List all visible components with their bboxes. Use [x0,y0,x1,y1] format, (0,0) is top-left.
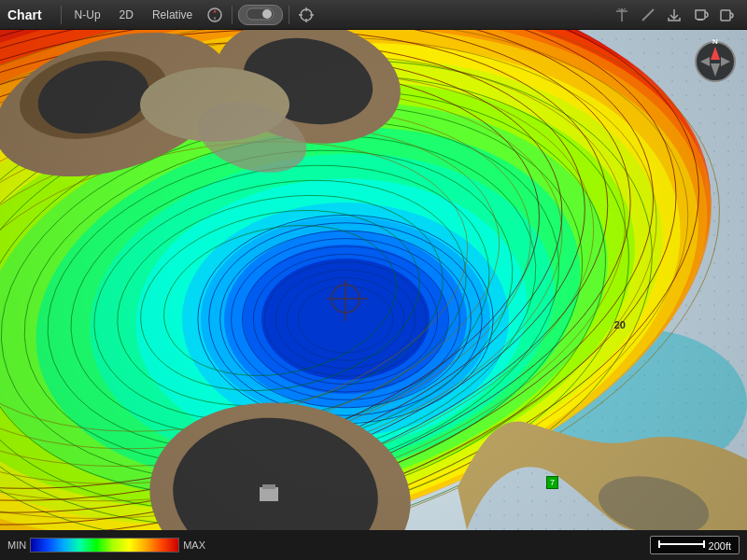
depth-max-label: MAX [183,539,205,551]
waypoint-marker[interactable] [331,284,360,314]
depth-chart-canvas [0,30,747,530]
crosshair-icon[interactable] [293,2,319,28]
slash-icon[interactable] [635,2,661,28]
compass-west-arrow [700,57,710,66]
separator-2 [232,6,233,24]
app-title: Chart [7,7,42,22]
btn-nup[interactable]: N-Up [65,5,110,25]
btn-relative[interactable]: Relative [143,5,202,25]
separator-3 [289,6,289,24]
depth-scale: MIN MAX [7,538,205,553]
toolbar: Chart N-Up 2D Relative [0,0,747,30]
toggle-button[interactable] [238,5,283,25]
svg-rect-15 [721,10,730,21]
depth-label-20: 20 [614,319,626,330]
svg-point-2 [262,9,272,19]
compass-inner: N [700,47,730,77]
waypoint-cross-vertical [345,280,346,321]
compass-east-arrow [721,57,730,66]
compass-south-arrow [711,63,720,77]
depth-min-label: MIN [7,539,26,551]
bottom-bar: MIN MAX 200ft [0,530,747,560]
waypoint-cross-horizontal [327,298,368,300]
svg-line-12 [642,9,654,21]
scale-indicator: 200ft [650,536,740,554]
waypoint-circle [331,284,360,314]
map-area[interactable]: N 20 7 [0,30,747,530]
download-icon[interactable] [661,2,687,28]
compass-rotate-icon[interactable] [202,2,228,28]
scale-bar-right: 200ft [650,536,740,554]
compass-rose: N [695,41,736,82]
cup-icon[interactable] [687,2,713,28]
compass-n-label: N [712,37,718,46]
btn-2d[interactable]: 2D [110,5,143,25]
compass-north-arrow [711,47,720,60]
depth-gradient-bar [30,538,179,553]
scale-text: 200ft [709,540,731,552]
antenna-icon[interactable] [609,2,635,28]
separator-1 [61,6,62,24]
mug-icon[interactable] [713,2,740,28]
marker-7[interactable]: 7 [546,476,558,489]
